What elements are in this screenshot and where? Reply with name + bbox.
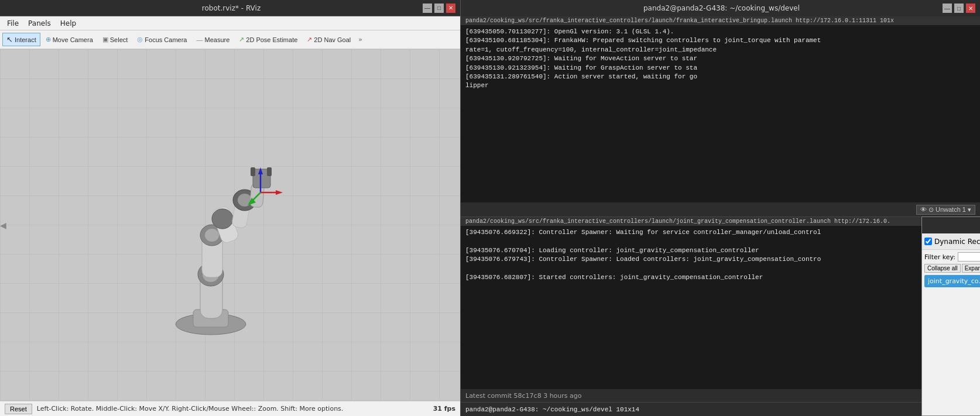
rqt-tree-item-joint-gravity[interactable]: joint_gravity_co... [924,275,980,287]
pose-arrow-icon: ↗ [239,36,244,43]
svg-marker-20 [276,190,283,195]
main-layout: robot.rviz* - RViz — □ ✕ File Panels Hel… [0,0,980,416]
filter-input[interactable] [958,252,980,262]
unwatch-icon: 👁 [920,206,927,213]
toolbar-move-camera-button[interactable]: ⊕ Move Camera [42,33,97,46]
terminal-1-title: panda2@panda2-G438: ~/cooking_ws/devel [501,4,943,12]
terminal-2-tabbar: panda2@panda2-G438: ~/cooking_ws/devel 1… [461,402,980,416]
rviz-statusbar: Reset Left-Click: Rotate. Middle-Click: … [0,401,460,416]
rviz-titlebar: robot.rviz* - RViz — □ ✕ [0,0,460,16]
terminal-1: panda2@panda2-G438: ~/cooking_ws/devel —… [461,0,980,216]
terminal-line: [639435050.701130277]: OpenGl version: 3… [465,27,975,36]
svg-point-9 [212,209,233,229]
rqt-titlebar: rqt_reconfigure__Param - rqt D ? — ○ ✕ [922,217,980,233]
toolbar-pose-estimate-button[interactable]: ↗ 2D Pose Estimate [235,33,301,46]
rviz-close-button[interactable]: ✕ [446,4,455,13]
toolbar-interact-button[interactable]: ↖ Interact [2,33,40,46]
toolbar-select-button[interactable]: ▣ Select [98,33,132,46]
robot-arm [152,137,316,342]
menu-file[interactable]: File [2,18,23,29]
expand-all-button[interactable]: Expand all [962,264,980,273]
svg-point-7 [205,229,219,242]
rviz-title: robot.rviz* - RViz [40,4,423,12]
terminal-1-bottom: 👁 ⊙ Unwatch 1 ▾ [461,202,980,216]
terminal-line [465,264,975,273]
terminal-2-content[interactable]: [39435076.669322]: Controller Spawner: W… [461,226,980,389]
right-panel: panda2@panda2-G438: ~/cooking_ws/devel —… [461,0,980,416]
rviz-maximize-button[interactable]: □ [434,4,444,13]
dynamic-reconfigure-checkbox[interactable] [924,238,932,245]
nav-arrow-icon: ↗ [307,36,312,43]
rqt-toolbar: Dynamic Reconfigure [922,233,980,250]
filter-label: Filter key: [924,253,955,261]
measure-label: Measure [204,36,229,43]
rviz-menubar: File Panels Help [0,16,460,30]
focus-icon: ◎ [137,36,143,43]
toolbar-nav-goal-button[interactable]: ↗ 2D Nav Goal [303,33,355,46]
camera-move-icon: ⊕ [46,36,51,43]
pose-estimate-label: 2D Pose Estimate [246,36,297,43]
unwatch-button[interactable]: 👁 ⊙ Unwatch 1 ▾ [916,205,975,215]
svg-rect-15 [251,167,255,176]
move-camera-label: Move Camera [53,36,93,43]
select-label: Select [110,36,128,43]
fps-counter: 31 fps [433,405,455,412]
rviz-viewport[interactable]: ◀ [0,49,460,401]
toolbar-measure-button[interactable]: — Measure [192,34,234,46]
select-box-icon: ▣ [102,36,108,43]
focus-camera-label: Focus Camera [145,36,187,43]
reset-button[interactable]: Reset [5,404,32,414]
terminal-line [465,237,975,246]
terminal-1-minimize[interactable]: — [943,4,952,13]
rqt-filter-header: Filter key: [924,252,980,262]
rviz-panel: robot.rviz* - RViz — □ ✕ File Panels Hel… [0,0,461,416]
terminal-line: [639435100.681185304]: FrankaHW: Prepare… [465,36,975,45]
terminal-1-close[interactable]: ✕ [966,4,975,13]
terminal-2-url: panda2/cooking_ws/src/franka_interactive… [461,216,980,226]
terminal-1-content[interactable]: [639435050.701130277]: OpenGl version: 3… [461,25,980,202]
terminal-2: panda2/cooking_ws/src/franka_interactive… [461,216,980,416]
terminal-line: [639435130.920792725]: Waiting for MoveA… [465,54,975,63]
terminal-line: rate=1, cutoff_frequency=100, internal_c… [465,46,975,54]
collapse-all-button[interactable]: Collapse all [924,264,961,273]
terminal-1-maximize[interactable]: □ [954,4,964,13]
nav-goal-label: 2D Nav Goal [314,36,351,43]
terminal-1-titlebar: panda2@panda2-G438: ~/cooking_ws/devel —… [461,0,980,16]
toolbar-focus-camera-button[interactable]: ◎ Focus Camera [133,33,191,46]
rqt-content: Dynamic Reconfigure Filter key: Collapse… [922,233,980,415]
rviz-minimize-button[interactable]: — [423,4,432,13]
commit-info: Latest commit 58c17c8 3 hours ago [465,392,582,400]
rqt-sidebar: Filter key: Collapse all Expand all join… [922,250,980,415]
rqt-main: Filter key: Collapse all Expand all join… [922,250,980,415]
terminal-line: [639435131.289761540]: Action server sta… [465,73,975,81]
cursor-icon: ↖ [6,35,13,44]
terminal-line: [39435076.679743]: Controller Spawner: L… [465,255,975,264]
toolbar-more-button[interactable]: » [356,34,365,45]
status-hint: Left-Click: Rotate. Middle-Click: Move X… [32,405,433,412]
terminal-line: [39435076.670704]: Loading controller: j… [465,246,975,255]
terminal-line: [39435076.682807]: Started controllers: … [465,273,975,282]
rviz-window-controls: — □ ✕ [423,4,455,13]
terminal-line: [39435076.669322]: Controller Spawner: W… [465,228,975,237]
rqt-title: rqt_reconfigure__Param - rqt [962,221,980,229]
terminal-1-url: panda2/cooking_ws/src/franka_interactive… [461,16,980,25]
interact-label: Interact [15,36,36,43]
measure-icon: — [196,36,203,43]
svg-rect-16 [267,167,272,176]
rviz-grid: ◀ [0,49,460,401]
dynamic-reconfigure-label: Dynamic Reconfigure [934,238,980,246]
menu-help[interactable]: Help [56,18,81,29]
menu-panels[interactable]: Panels [23,18,56,29]
terminal-line: [639435130.921323954]: Waiting for Grasp… [465,64,975,73]
terminal-line: lipper [465,81,975,90]
rviz-toolbar: ↖ Interact ⊕ Move Camera ▣ Select ◎ Focu… [0,30,460,49]
rviz-left-arrow[interactable]: ◀ [0,221,6,230]
rqt-reconfigure-window: rqt_reconfigure__Param - rqt D ? — ○ ✕ D… [921,216,980,416]
terminal-1-controls: — □ ✕ [943,4,975,13]
rqt-sidebar-buttons: Collapse all Expand all [924,264,980,273]
terminal-2-bottom: Latest commit 58c17c8 3 hours ago ⊙ Hist… [461,389,980,402]
